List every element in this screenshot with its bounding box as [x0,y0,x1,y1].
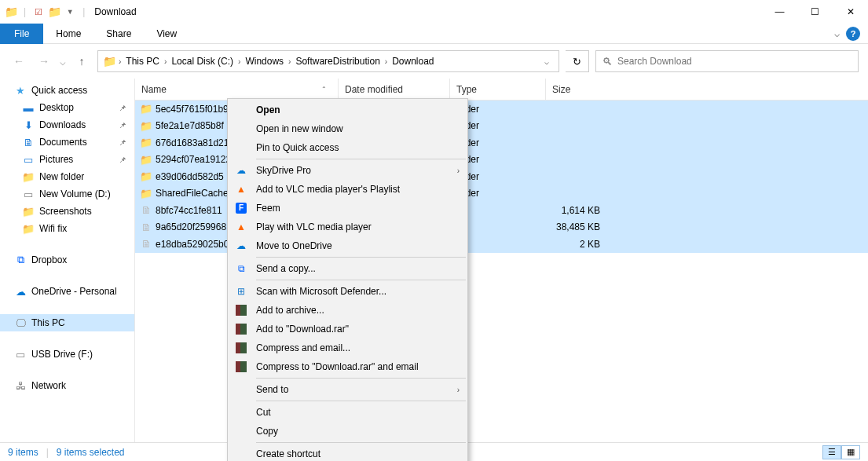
sort-caret-icon: ⌃ [321,86,327,93]
ctx-label: Add to archive... [256,305,324,316]
ctx-label: Move to OneDrive [256,240,332,251]
ctx-vlc-play[interactable]: ▲ Play with VLC media player [229,218,466,236]
ribbon-collapse-icon[interactable]: ⌵ [834,28,840,39]
crumb-download[interactable]: Download [388,56,438,67]
vlc-icon: ▲ [234,220,248,234]
sidebar-documents[interactable]: 🗎 Documents 📌︎ [0,134,134,151]
search-box[interactable]: 🔍︎ [595,50,859,72]
sidebar-quick-access[interactable]: ★ Quick access [0,82,134,99]
ctx-compress-rar-email[interactable]: Compress to "Download.rar" and email [229,357,466,376]
defender-icon: ⊞ [234,284,248,298]
sidebar-label: OneDrive - Personal [31,286,117,297]
minimize-button[interactable]: — [762,0,797,24]
pin-icon: 📌︎ [119,138,126,147]
share-tab[interactable]: Share [93,24,144,44]
file-name: SharedFileCache [156,188,229,199]
ctx-feem[interactable]: F Feem [229,199,466,218]
folder-icon: 📁 [48,5,60,18]
search-input[interactable] [617,56,852,67]
file-tab[interactable]: File [0,24,43,44]
ctx-cut[interactable]: Cut [229,403,466,422]
file-icon: 🗎 [140,204,152,216]
ctx-open-new-window[interactable]: Open in new window [229,119,466,138]
separator [256,401,466,401]
sidebar-new-folder[interactable]: 📁 New folder [0,168,134,185]
sidebar-downloads[interactable]: ⬇ Downloads 📌︎ [0,116,134,134]
ctx-label: Feem [256,203,280,214]
ctx-label: Add to VLC media player's Playlist [256,184,400,195]
sidebar-pictures[interactable]: ▭ Pictures 📌︎ [0,151,134,168]
address-bar[interactable]: 📁 › This PC › Local Disk (C:) › Windows … [97,50,559,72]
details-view-button[interactable]: ☰ [822,445,841,459]
downloads-icon: ⬇ [22,119,35,131]
folder-icon: 📁 [140,154,152,166]
ctx-create-shortcut[interactable]: Create shortcut [229,445,466,461]
qat-dropdown-icon[interactable]: ▼ [64,5,76,18]
ribbon-tabs: File Home Share View ⌵ ? [0,24,868,44]
context-menu: Open Open in new window Pin to Quick acc… [227,98,468,461]
close-button[interactable]: ✕ [833,0,868,24]
column-type[interactable]: Type [449,79,545,100]
checkbox-icon[interactable]: ☑ [32,5,45,18]
back-button[interactable]: ← [9,52,28,71]
file-name: e18dba529025b0 [156,239,229,250]
column-size[interactable]: Size [545,79,606,100]
nav-bar: ← → ⌵ ↑ 📁 › This PC › Local Disk (C:) › … [0,44,868,79]
crumb-local-disk[interactable]: Local Disk (C:) [167,56,237,67]
ctx-vlc-playlist[interactable]: ▲ Add to VLC media player's Playlist [229,180,466,199]
ctx-copy[interactable]: Copy [229,422,466,441]
sidebar-dropbox[interactable]: ⧉ Dropbox [0,251,134,269]
folder-icon: 📁 [140,137,152,148]
sidebar-screenshots[interactable]: 📁 Screenshots [0,203,134,220]
ctx-skydrive[interactable]: ☁ SkyDrive Pro › [229,161,466,180]
ctx-scan-defender[interactable]: ⊞ Scan with Microsoft Defender... [229,282,466,301]
maximize-button[interactable]: ☐ [797,0,833,24]
up-button[interactable]: ↑ [72,52,91,71]
crumb-softwaredistribution[interactable]: SoftwareDistribution [291,56,383,67]
ctx-pin-quick-access[interactable]: Pin to Quick access [229,138,466,157]
separator [256,442,466,443]
ctx-label: Copy [256,426,278,437]
address-dropdown-icon[interactable]: ⌵ [540,57,554,66]
ctx-send-copy[interactable]: ⧉ Send a copy... [229,259,466,278]
sidebar-new-volume[interactable]: ▭ New Volume (D:) [0,185,134,203]
sidebar-label: Desktop [39,102,74,113]
home-tab[interactable]: Home [43,24,93,44]
view-tab[interactable]: View [144,24,189,44]
icons-view-button[interactable]: ▦ [841,445,860,459]
column-date[interactable]: Date modified [338,79,449,100]
refresh-button[interactable]: ↻ [566,50,589,72]
status-selected: 9 items selected [57,447,125,458]
folder-icon: 📁 [103,55,116,68]
ctx-open[interactable]: Open [229,101,466,119]
ctx-label: Send to [256,384,288,395]
crumb-this-pc[interactable]: This PC [122,56,163,67]
ctx-send-to[interactable]: Send to › [229,380,466,399]
pin-icon: 📌︎ [119,155,126,164]
sidebar-usb[interactable]: ▭ USB Drive (F:) [0,346,134,363]
crumb-windows[interactable]: Windows [241,56,288,67]
pin-icon: 📌︎ [119,121,126,130]
column-headers: Name ⌃ Date modified Type Size [135,79,868,101]
view-toggle: ☰ ▦ [822,445,860,459]
ctx-label: Open [256,104,280,115]
help-icon[interactable]: ? [846,27,860,41]
ctx-label: Play with VLC media player [256,221,372,232]
history-dropdown-icon[interactable]: ⌵ [60,56,66,68]
sidebar-onedrive[interactable]: ☁ OneDrive - Personal [0,283,134,300]
documents-icon: 🗎 [22,136,35,148]
ctx-add-rar[interactable]: Add to "Download.rar" [229,320,466,338]
sidebar-desktop[interactable]: ▬ Desktop 📌︎ [0,99,134,116]
sidebar-this-pc[interactable]: 🖵 This PC [0,314,134,331]
ctx-add-archive[interactable]: Add to archive... [229,301,466,320]
sidebar-label: This PC [31,317,65,328]
file-name: 676d1683a81d21 [156,137,229,148]
column-name[interactable]: Name ⌃ [135,84,338,95]
ctx-onedrive[interactable]: ☁ Move to OneDrive [229,236,466,255]
sidebar-network[interactable]: 🖧 Network [0,377,134,394]
ctx-compress-email[interactable]: Compress and email... [229,338,466,357]
sidebar-wifi-fix[interactable]: 📁 Wifi fix [0,220,134,237]
file-name: 5fe2a1e7d85b8f [156,120,224,131]
forward-button[interactable]: → [35,52,53,71]
ctx-label: Compress to "Download.rar" and email [256,361,419,372]
